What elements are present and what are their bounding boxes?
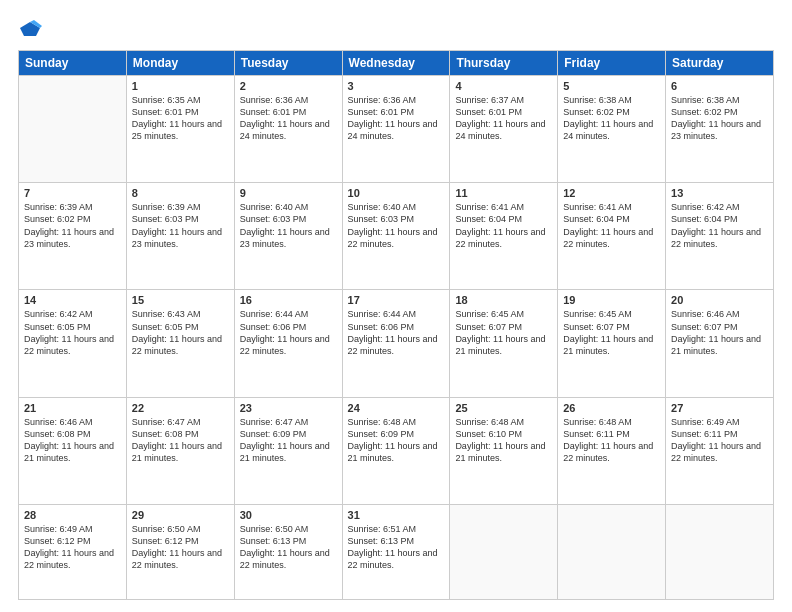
- week-row-3: 14Sunrise: 6:42 AMSunset: 6:05 PMDayligh…: [19, 290, 774, 397]
- day-info: Sunrise: 6:41 AMSunset: 6:04 PMDaylight:…: [563, 201, 660, 250]
- calendar-cell: 27Sunrise: 6:49 AMSunset: 6:11 PMDayligh…: [666, 397, 774, 504]
- day-number: 7: [24, 187, 121, 199]
- day-info: Sunrise: 6:47 AMSunset: 6:09 PMDaylight:…: [240, 416, 337, 465]
- day-info: Sunrise: 6:40 AMSunset: 6:03 PMDaylight:…: [348, 201, 445, 250]
- day-number: 1: [132, 80, 229, 92]
- day-info: Sunrise: 6:44 AMSunset: 6:06 PMDaylight:…: [348, 308, 445, 357]
- day-info: Sunrise: 6:46 AMSunset: 6:07 PMDaylight:…: [671, 308, 768, 357]
- calendar-cell: [558, 504, 666, 599]
- calendar-cell: 30Sunrise: 6:50 AMSunset: 6:13 PMDayligh…: [234, 504, 342, 599]
- day-info: Sunrise: 6:51 AMSunset: 6:13 PMDaylight:…: [348, 523, 445, 572]
- day-number: 27: [671, 402, 768, 414]
- calendar-cell: 29Sunrise: 6:50 AMSunset: 6:12 PMDayligh…: [126, 504, 234, 599]
- day-info: Sunrise: 6:39 AMSunset: 6:02 PMDaylight:…: [24, 201, 121, 250]
- day-number: 15: [132, 294, 229, 306]
- day-number: 6: [671, 80, 768, 92]
- day-number: 9: [240, 187, 337, 199]
- calendar-cell: 7Sunrise: 6:39 AMSunset: 6:02 PMDaylight…: [19, 183, 127, 290]
- calendar-cell: 10Sunrise: 6:40 AMSunset: 6:03 PMDayligh…: [342, 183, 450, 290]
- day-info: Sunrise: 6:38 AMSunset: 6:02 PMDaylight:…: [563, 94, 660, 143]
- calendar-cell: 23Sunrise: 6:47 AMSunset: 6:09 PMDayligh…: [234, 397, 342, 504]
- calendar-cell: 31Sunrise: 6:51 AMSunset: 6:13 PMDayligh…: [342, 504, 450, 599]
- calendar-cell: [666, 504, 774, 599]
- day-number: 25: [455, 402, 552, 414]
- day-number: 24: [348, 402, 445, 414]
- calendar-page: Sunday Monday Tuesday Wednesday Thursday…: [0, 0, 792, 612]
- day-number: 31: [348, 509, 445, 521]
- day-number: 2: [240, 80, 337, 92]
- day-number: 11: [455, 187, 552, 199]
- calendar-cell: 3Sunrise: 6:36 AMSunset: 6:01 PMDaylight…: [342, 76, 450, 183]
- calendar-cell: 11Sunrise: 6:41 AMSunset: 6:04 PMDayligh…: [450, 183, 558, 290]
- header-wednesday: Wednesday: [342, 51, 450, 76]
- day-number: 29: [132, 509, 229, 521]
- calendar-cell: 24Sunrise: 6:48 AMSunset: 6:09 PMDayligh…: [342, 397, 450, 504]
- day-info: Sunrise: 6:37 AMSunset: 6:01 PMDaylight:…: [455, 94, 552, 143]
- header-sunday: Sunday: [19, 51, 127, 76]
- day-number: 19: [563, 294, 660, 306]
- calendar-cell: 5Sunrise: 6:38 AMSunset: 6:02 PMDaylight…: [558, 76, 666, 183]
- day-info: Sunrise: 6:43 AMSunset: 6:05 PMDaylight:…: [132, 308, 229, 357]
- day-number: 14: [24, 294, 121, 306]
- header-saturday: Saturday: [666, 51, 774, 76]
- header-tuesday: Tuesday: [234, 51, 342, 76]
- day-info: Sunrise: 6:48 AMSunset: 6:10 PMDaylight:…: [455, 416, 552, 465]
- day-number: 28: [24, 509, 121, 521]
- day-info: Sunrise: 6:48 AMSunset: 6:09 PMDaylight:…: [348, 416, 445, 465]
- day-info: Sunrise: 6:48 AMSunset: 6:11 PMDaylight:…: [563, 416, 660, 465]
- day-info: Sunrise: 6:46 AMSunset: 6:08 PMDaylight:…: [24, 416, 121, 465]
- calendar-cell: 17Sunrise: 6:44 AMSunset: 6:06 PMDayligh…: [342, 290, 450, 397]
- day-number: 4: [455, 80, 552, 92]
- weekday-header-row: Sunday Monday Tuesday Wednesday Thursday…: [19, 51, 774, 76]
- calendar-cell: [450, 504, 558, 599]
- day-number: 21: [24, 402, 121, 414]
- day-info: Sunrise: 6:45 AMSunset: 6:07 PMDaylight:…: [455, 308, 552, 357]
- calendar-cell: 16Sunrise: 6:44 AMSunset: 6:06 PMDayligh…: [234, 290, 342, 397]
- day-number: 5: [563, 80, 660, 92]
- calendar-cell: 28Sunrise: 6:49 AMSunset: 6:12 PMDayligh…: [19, 504, 127, 599]
- calendar-cell: [19, 76, 127, 183]
- day-number: 30: [240, 509, 337, 521]
- logo-icon: [20, 18, 42, 40]
- calendar-table: Sunday Monday Tuesday Wednesday Thursday…: [18, 50, 774, 600]
- day-info: Sunrise: 6:47 AMSunset: 6:08 PMDaylight:…: [132, 416, 229, 465]
- header-friday: Friday: [558, 51, 666, 76]
- calendar-cell: 15Sunrise: 6:43 AMSunset: 6:05 PMDayligh…: [126, 290, 234, 397]
- day-info: Sunrise: 6:44 AMSunset: 6:06 PMDaylight:…: [240, 308, 337, 357]
- day-info: Sunrise: 6:39 AMSunset: 6:03 PMDaylight:…: [132, 201, 229, 250]
- day-info: Sunrise: 6:49 AMSunset: 6:12 PMDaylight:…: [24, 523, 121, 572]
- calendar-cell: 2Sunrise: 6:36 AMSunset: 6:01 PMDaylight…: [234, 76, 342, 183]
- day-number: 20: [671, 294, 768, 306]
- day-info: Sunrise: 6:35 AMSunset: 6:01 PMDaylight:…: [132, 94, 229, 143]
- calendar-cell: 9Sunrise: 6:40 AMSunset: 6:03 PMDaylight…: [234, 183, 342, 290]
- calendar-cell: 8Sunrise: 6:39 AMSunset: 6:03 PMDaylight…: [126, 183, 234, 290]
- day-number: 3: [348, 80, 445, 92]
- day-number: 18: [455, 294, 552, 306]
- day-info: Sunrise: 6:42 AMSunset: 6:04 PMDaylight:…: [671, 201, 768, 250]
- day-number: 17: [348, 294, 445, 306]
- day-info: Sunrise: 6:42 AMSunset: 6:05 PMDaylight:…: [24, 308, 121, 357]
- calendar-cell: 6Sunrise: 6:38 AMSunset: 6:02 PMDaylight…: [666, 76, 774, 183]
- calendar-cell: 21Sunrise: 6:46 AMSunset: 6:08 PMDayligh…: [19, 397, 127, 504]
- calendar-cell: 20Sunrise: 6:46 AMSunset: 6:07 PMDayligh…: [666, 290, 774, 397]
- day-number: 26: [563, 402, 660, 414]
- calendar-cell: 13Sunrise: 6:42 AMSunset: 6:04 PMDayligh…: [666, 183, 774, 290]
- calendar-cell: 26Sunrise: 6:48 AMSunset: 6:11 PMDayligh…: [558, 397, 666, 504]
- calendar-cell: 18Sunrise: 6:45 AMSunset: 6:07 PMDayligh…: [450, 290, 558, 397]
- calendar-cell: 14Sunrise: 6:42 AMSunset: 6:05 PMDayligh…: [19, 290, 127, 397]
- calendar-cell: 22Sunrise: 6:47 AMSunset: 6:08 PMDayligh…: [126, 397, 234, 504]
- day-info: Sunrise: 6:40 AMSunset: 6:03 PMDaylight:…: [240, 201, 337, 250]
- header-monday: Monday: [126, 51, 234, 76]
- day-number: 10: [348, 187, 445, 199]
- week-row-1: 1Sunrise: 6:35 AMSunset: 6:01 PMDaylight…: [19, 76, 774, 183]
- calendar-cell: 4Sunrise: 6:37 AMSunset: 6:01 PMDaylight…: [450, 76, 558, 183]
- day-number: 12: [563, 187, 660, 199]
- day-number: 16: [240, 294, 337, 306]
- day-info: Sunrise: 6:36 AMSunset: 6:01 PMDaylight:…: [348, 94, 445, 143]
- header-thursday: Thursday: [450, 51, 558, 76]
- day-info: Sunrise: 6:36 AMSunset: 6:01 PMDaylight:…: [240, 94, 337, 143]
- calendar-cell: 1Sunrise: 6:35 AMSunset: 6:01 PMDaylight…: [126, 76, 234, 183]
- calendar-cell: 19Sunrise: 6:45 AMSunset: 6:07 PMDayligh…: [558, 290, 666, 397]
- page-header: [18, 18, 774, 40]
- day-number: 13: [671, 187, 768, 199]
